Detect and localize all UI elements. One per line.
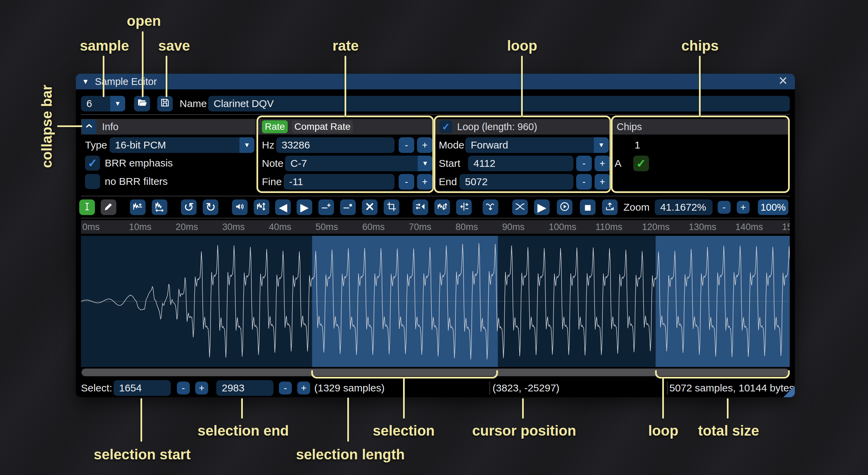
normalize-button[interactable] [254,199,269,215]
sample-number-value: 6 [81,98,92,109]
name-label: Name [180,96,207,111]
brr-emphasis-label: BRR emphasis [105,156,173,171]
selection-end-input[interactable]: 2983 [216,380,273,396]
fade-out-button[interactable]: ▶ [297,199,312,215]
type-label: Type [85,137,107,153]
zoom-label: Zoom [623,199,650,215]
loop-callout-box [434,116,611,193]
selection-end-minus-button[interactable]: - [279,382,292,394]
name-value: Clarinet DQV [208,98,274,109]
callout-line-sample [103,56,104,97]
folder-open-icon [137,97,148,110]
status-divider [667,382,668,394]
fade-in-button[interactable]: ◀ [275,199,291,215]
selection-start-input[interactable]: 1654 [114,380,171,396]
resize-button[interactable] [130,199,146,215]
ruler-tick: 40ms [269,220,291,234]
rate-callout-box [256,116,434,193]
sample-number-combo[interactable]: 6 ▼ [81,96,125,111]
waveform-view[interactable] [81,236,790,367]
selection-start-plus-button[interactable]: + [195,382,208,394]
reverse-icon [415,201,426,213]
total-size-text: 5072 samples, 10144 bytes [669,380,794,396]
open-sample-button[interactable] [134,96,150,111]
filter-button[interactable] [483,199,498,215]
redo-icon: ↻ [205,201,216,213]
invert-button[interactable] [434,199,450,215]
collapse-bar-button[interactable] [82,119,97,134]
annotation-loop-bottom: loop [648,423,679,439]
import-button[interactable] [602,199,618,215]
info-panel-header: Info [81,119,256,135]
play-button[interactable]: ▶ [534,199,550,215]
ruler-tick: 20ms [176,220,198,234]
name-input[interactable]: Clarinet DQV [208,96,790,111]
crossfade-button[interactable] [512,199,528,215]
stop-button[interactable]: ■ [580,199,596,215]
ruler-tick: 80ms [455,220,478,234]
callout-line-open [142,31,144,97]
brr-emphasis-checkbox[interactable]: ✓ [85,156,100,171]
reverse-button[interactable] [413,199,428,215]
ruler-tick: 50ms [316,220,338,234]
amplify-button[interactable] [232,199,248,215]
callout-line-loop-bottom [662,377,664,419]
chevron-down-icon[interactable]: ▼ [110,96,125,111]
play-selection-button[interactable] [557,199,572,215]
ruler-tick: 30ms [222,220,245,234]
titlebar[interactable]: ▼ Sample Editor × [76,74,795,89]
timeline-ruler[interactable]: 0ms10ms20ms30ms40ms50ms60ms70ms80ms90ms1… [81,220,790,234]
close-icon[interactable]: × [779,74,787,88]
divider [81,218,790,218]
zoom-reset-button[interactable]: 100% [758,199,788,215]
callout-line-save [166,56,167,97]
insert-silence-icon [321,201,332,213]
save-sample-button[interactable] [157,96,173,111]
select-icon [82,201,93,213]
type-combo[interactable]: 16-bit PCM ▼ [110,137,254,153]
no-brr-filters-checkbox[interactable] [85,174,100,189]
draw-button[interactable] [101,199,116,215]
selection-start-minus-button[interactable]: - [177,382,190,394]
select-label: Select: [81,380,112,396]
save-icon [160,98,170,110]
trim-button[interactable] [384,199,399,215]
window-collapse-icon[interactable]: ▼ [82,77,89,86]
ruler-tick: 10ms [129,220,151,234]
annotation-sample: sample [80,38,129,54]
resize-icon [132,201,143,213]
zoom-in-button[interactable]: + [737,201,750,214]
callout-line-rate [345,56,346,116]
chevron-down-icon[interactable]: ▼ [239,137,254,153]
callout-line-selection-start [140,398,142,442]
draw-icon [103,201,114,213]
delete-icon [364,201,375,213]
annotation-selection-end: selection end [198,423,289,439]
no-brr-filters-label: no BRR filters [105,174,168,189]
zoom-out-button[interactable]: - [718,201,731,214]
ruler-tick: 110ms [596,220,622,234]
resample-button[interactable] [152,199,167,215]
undo-button[interactable]: ↺ [181,199,197,215]
desktop-background: ▼ Sample Editor × 6 ▼ Name Clarinet DQV [0,0,868,475]
delete-button[interactable] [362,199,378,215]
apply-silence-button[interactable] [340,199,356,215]
select-button[interactable] [79,199,95,215]
annotation-selection: selection [373,423,435,439]
selection-end-plus-button[interactable]: + [297,382,310,394]
crossfade-icon [515,201,525,213]
insert-silence-button[interactable] [318,199,334,215]
window-resize-grip[interactable] [783,386,795,397]
selection-length-text: (1329 samples) [314,380,385,396]
zoom-input[interactable]: 41.1672% [655,199,713,215]
trim-icon [386,201,397,213]
annotation-chips: chips [681,38,719,54]
redo-button[interactable]: ↻ [203,199,218,215]
resample-icon [154,201,165,213]
ruler-tick: 150ms [782,220,790,234]
signed-unsigned-button[interactable] [456,199,472,215]
info-header-label: Info [102,121,118,133]
type-value: 16-bit PCM [110,139,166,151]
callout-line-selection-end [241,398,243,419]
fade-out-icon: ▶ [300,202,309,213]
